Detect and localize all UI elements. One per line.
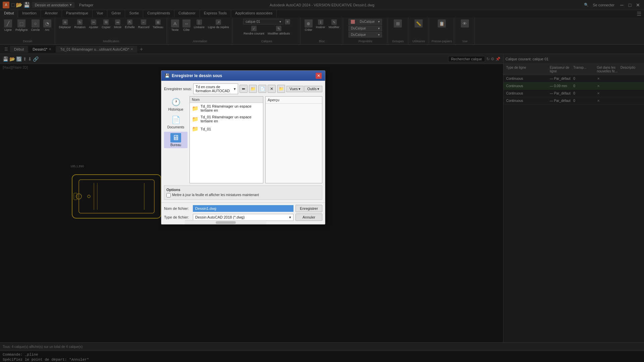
file-name-3: Td_01 (201, 127, 211, 131)
save-btn[interactable]: Enregistrer (296, 205, 322, 212)
file-list: Nom 📁 Td_01 Réaménager un espace tertiai… (190, 96, 263, 183)
sidebar-bureau[interactable]: 🖥 Bureau (164, 132, 187, 148)
filetype-arrow: ▾ (289, 215, 291, 220)
filetype-row: Type de fichier: Dessin AutoCAD 2018 (*.… (164, 214, 322, 221)
options-label: Options (166, 188, 320, 192)
nav-up-btn[interactable]: 📁 (249, 85, 257, 93)
filetype-dropdown[interactable]: Dessin AutoCAD 2018 (*.dwg) ▾ (193, 214, 293, 221)
save-location-dropdown[interactable]: Td en cours de formation AUTOCAD ▾ (193, 83, 238, 94)
col-nom: Nom (192, 98, 200, 102)
delete-btn[interactable]: ✕ (268, 85, 276, 93)
dropdown-arrow: ▾ (234, 87, 236, 91)
file-item-3[interactable]: 📁 Td_01 (190, 124, 263, 133)
option-checkbox-row: Mettre à jour la feuille et afficher les… (166, 193, 320, 197)
dialog-close-btn[interactable]: ✕ (316, 73, 322, 79)
options-area: Options Mettre à jour la feuille et affi… (164, 185, 322, 200)
preview-area: Aperçu (265, 96, 322, 183)
historique-label: Historique (168, 108, 183, 111)
folder-icon-1: 📁 (192, 105, 199, 112)
folder-icon-2: 📁 (192, 116, 199, 122)
modal-overlay: 💾 Enregistrer le dessin sous ✕ Enregistr… (0, 0, 644, 362)
new-folder-btn[interactable]: 📄 (258, 85, 266, 93)
documents-label: Documents (167, 125, 184, 129)
nav-back-btn[interactable]: ⬅ (239, 85, 248, 93)
historique-icon: 🕐 (170, 98, 181, 107)
filename-row: Nom de fichier: Enregistrer (164, 205, 322, 212)
sidebar-documents[interactable]: 📄 Documents (164, 114, 187, 130)
file-name-2: Td_01 Réaménager un espace tertiaire en (201, 115, 261, 123)
folder-icon-3: 📁 (192, 126, 199, 132)
sidebar-historique[interactable]: 🕐 Historique (164, 96, 187, 113)
file-item-1[interactable]: 📁 Td_01 Réaménager un espace tertiaire e… (190, 103, 263, 114)
bureau-label: Bureau (170, 143, 181, 147)
dialog-icon: 💾 (165, 73, 170, 78)
dialog-body: Enregistrer sous: Td en cours de formati… (161, 81, 325, 202)
views-btn[interactable]: Vues▾ (286, 86, 304, 92)
filetype-label: Type de fichier: (164, 215, 191, 219)
dialog-toolbar: Enregistrer sous: Td en cours de formati… (164, 83, 322, 94)
tools-btn[interactable]: Outils▾ (304, 86, 322, 92)
option-checkbox-label: Mettre à jour la feuille et afficher les… (172, 193, 259, 197)
filename-input[interactable] (193, 205, 293, 212)
filename-label: Nom de fichier: (164, 206, 191, 210)
file-list-header: Nom (190, 97, 263, 103)
file-item-2[interactable]: 📁 Td_01 Réaménager un espace tertiaire e… (190, 114, 263, 124)
preview-label: Aperçu (266, 97, 322, 104)
option-checkbox[interactable] (166, 193, 171, 197)
folder-btn[interactable]: 📁 (277, 85, 285, 93)
cancel-btn[interactable]: Annuler (296, 214, 322, 221)
scrollbar-thumb (216, 221, 236, 224)
documents-icon: 📄 (170, 115, 181, 125)
dialog-content: 🕐 Historique 📄 Documents 🖥 Bureau (164, 96, 322, 183)
bureau-icon: 🖥 (170, 133, 181, 142)
dialog-sidebar: 🕐 Historique 📄 Documents 🖥 Bureau (164, 96, 187, 183)
save-location-value: Td en cours de formation AUTOCAD (196, 85, 234, 93)
file-name-1: Td_01 Réaménager un espace tertiaire en (201, 104, 261, 112)
save-dialog: 💾 Enregistrer le dessin sous ✕ Enregistr… (161, 70, 325, 225)
dialog-title-left: 💾 Enregistrer le dessin sous (165, 73, 222, 78)
preview-content (266, 104, 322, 183)
filetype-value: Dessin AutoCAD 2018 (*.dwg) (195, 215, 245, 219)
dialog-hscrollbar[interactable] (185, 220, 266, 224)
save-location-label: Enregistrer sous: (164, 87, 192, 91)
dialog-titlebar: 💾 Enregistrer le dessin sous ✕ (161, 71, 325, 81)
dialog-title-text: Enregistrer le dessin sous (172, 73, 222, 78)
